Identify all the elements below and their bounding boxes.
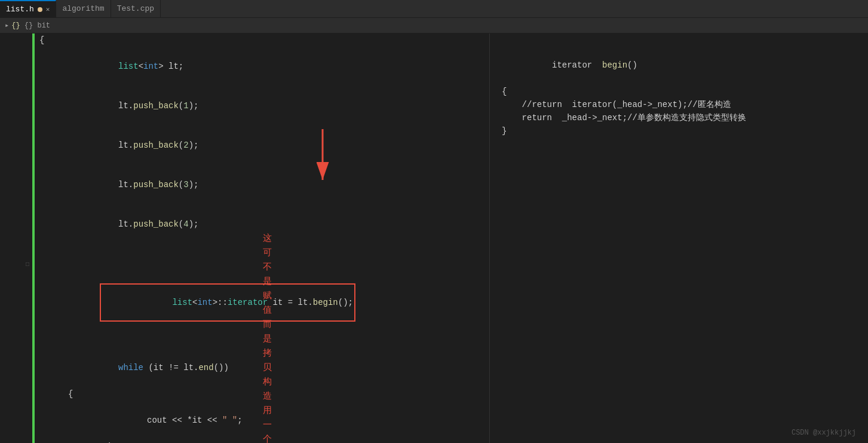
code-line: lt.push_back(3); xyxy=(0,165,489,204)
code-text: lt.push_back(2); xyxy=(35,126,489,165)
code-text: ++it; xyxy=(35,440,489,443)
code-line: lt.push_back(4); xyxy=(0,204,489,244)
right-code-text: { xyxy=(502,85,507,98)
right-code-text: //return iterator(_head->_next);//匿名构造 xyxy=(502,98,731,111)
code-text: while (it != lt.end()) xyxy=(35,348,489,387)
tab-label: Test.cpp xyxy=(117,4,154,13)
right-code-line: } xyxy=(502,124,856,138)
right-panel: iterator begin() { //return iterator(_he… xyxy=(502,45,856,138)
code-text: list<int> lt; xyxy=(35,47,489,86)
right-code-text: return _head->_next;//单参数构造支持隐式类型转换 xyxy=(502,111,746,124)
code-text: lt.push_back(1); xyxy=(35,86,489,126)
code-text xyxy=(35,244,489,257)
code-text: { xyxy=(35,33,489,47)
code-text: list<int>::iterator it = lt.begin(); xyxy=(35,257,489,348)
code-line: { xyxy=(0,387,489,401)
right-code-line: return _head->_next;//单参数构造支持隐式类型转换 xyxy=(502,111,856,124)
code-line: while (it != lt.end()) xyxy=(0,348,489,387)
code-line: { xyxy=(0,33,489,47)
modified-indicator xyxy=(38,7,42,12)
code-editor-right: iterator begin() { //return iterator(_he… xyxy=(490,33,868,443)
tab-close-icon[interactable]: ✕ xyxy=(46,5,50,13)
code-line-highlighted: □ list<int>::iterator it = lt.begin(); xyxy=(0,257,489,348)
tab-label: algorithm xyxy=(62,4,104,13)
breadcrumb-bar: ▸ {} {} bit xyxy=(0,18,868,33)
code-text: lt.push_back(3); xyxy=(35,165,489,204)
tab-label: list.h xyxy=(6,5,34,14)
code-line: ++it; xyxy=(0,440,489,443)
tab-algorithm[interactable]: algorithm xyxy=(56,0,111,17)
right-code-text: } xyxy=(502,124,507,138)
right-code-line: { xyxy=(502,85,856,98)
breadcrumb-item: {} {} bit xyxy=(11,22,50,30)
code-text: lt.push_back(4); xyxy=(35,204,489,244)
tab-list-h[interactable]: list.h ✕ xyxy=(0,0,56,17)
fold-indicator: □ xyxy=(23,258,32,271)
code-line: cout << *it << " "; xyxy=(0,401,489,440)
breadcrumb-separator: ▸ xyxy=(5,21,9,30)
code-line xyxy=(0,244,489,257)
code-content: { list<int> lt; lt.push_back(1); xyxy=(0,33,489,443)
code-text: cout << *it << " "; xyxy=(35,401,489,440)
code-line: list<int> lt; xyxy=(0,47,489,86)
right-code-text: iterator begin() xyxy=(502,45,637,85)
tab-test-cpp[interactable]: Test.cpp xyxy=(111,0,161,17)
right-code-line: //return iterator(_head->_next);//匿名构造 xyxy=(502,98,856,111)
code-line: lt.push_back(2); xyxy=(0,126,489,165)
code-editor-left[interactable]: { list<int> lt; lt.push_back(1); xyxy=(0,33,490,443)
code-text: { xyxy=(35,387,489,401)
main-area: { list<int> lt; lt.push_back(1); xyxy=(0,33,868,443)
tab-bar: list.h ✕ algorithm Test.cpp xyxy=(0,0,868,18)
watermark: CSDN @xxjkkjjkj xyxy=(792,429,856,437)
code-line: lt.push_back(1); xyxy=(0,86,489,126)
right-code-line: iterator begin() xyxy=(502,45,856,85)
